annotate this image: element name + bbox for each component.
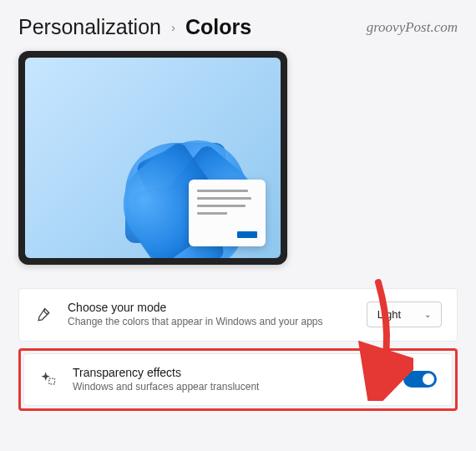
transparency-title: Transparency effects [73,366,366,379]
chevron-down-icon: ⌄ [424,310,431,319]
sparkle-icon [39,370,58,388]
paintbrush-icon [34,306,53,324]
sample-window-preview [189,180,266,246]
choose-mode-description: Change the colors that appear in Windows… [68,316,352,329]
transparency-toggle[interactable] [403,371,437,388]
transparency-effects-row[interactable]: Transparency effects Windows and surface… [23,353,453,407]
transparency-description: Windows and surfaces appear translucent [73,381,366,394]
breadcrumb-current: Colors [185,15,251,39]
choose-mode-text: Choose your mode Change the colors that … [68,301,352,329]
transparency-text: Transparency effects Windows and surface… [73,366,366,394]
wallpaper-preview [25,58,281,258]
toggle-state-label: On [381,373,395,386]
breadcrumb-parent[interactable]: Personalization [18,15,161,39]
mode-selected-value: Light [377,308,401,321]
page-header: Personalization › Colors groovyPost.com [18,15,458,39]
toggle-knob [423,373,434,385]
chevron-right-icon: › [171,20,175,34]
svg-rect-0 [49,379,55,385]
accent-color-swatch [237,231,257,238]
watermark-text: groovyPost.com [367,19,458,36]
breadcrumb: Personalization › Colors [18,15,251,39]
mode-dropdown[interactable]: Light ⌄ [367,302,442,327]
transparency-toggle-group: On [381,371,437,388]
annotation-highlight: Transparency effects Windows and surface… [18,348,458,412]
choose-mode-title: Choose your mode [68,301,352,314]
choose-mode-row[interactable]: Choose your mode Change the colors that … [18,288,458,342]
desktop-preview-card [18,51,287,265]
